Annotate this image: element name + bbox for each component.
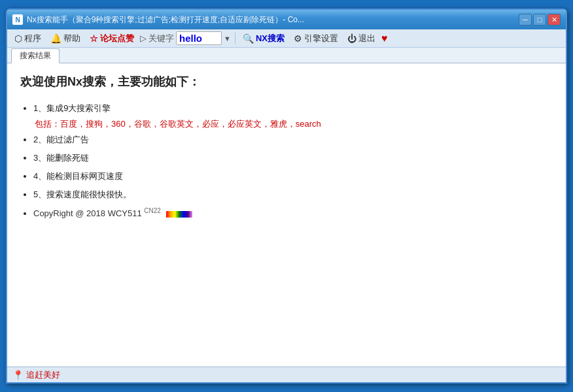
feature-list: 1、集成9大搜索引擎 <box>20 100 553 117</box>
feature-1-sub: 包括：百度，搜狗，360，谷歌，谷歌英文，必应，必应英文，雅虎，search <box>22 118 553 130</box>
menu-help-label: 帮助 <box>63 33 80 44</box>
list-item-copyright: CopyRight @ 2018 WCY511 CN22 <box>33 204 553 222</box>
status-bar: 📍 追赶美好 <box>7 367 566 382</box>
menu-bar: ⬡ 程序 🔔 帮助 ☆ 论坛点赞 ▷ 关键字 ▼ 🔍 NX搜索 ⚙ 引擎设置 ⏻… <box>7 29 566 48</box>
content-area[interactable]: 欢迎使用Nx搜索，主要功能如下： 1、集成9大搜索引擎 包括：百度，搜狗，360… <box>7 63 566 367</box>
tab-bar: 搜索结果 <box>7 48 566 63</box>
keyword-area: ▷ 关键字 ▼ <box>140 31 231 45</box>
feature-3-text: 3、能删除死链 <box>33 153 89 163</box>
list-item: 1、集成9大搜索引擎 <box>33 100 553 117</box>
copyright-cn: CN22 <box>144 207 161 214</box>
list-item-3: 3、能删除死链 <box>33 150 553 167</box>
menu-help[interactable]: 🔔 帮助 <box>47 31 84 46</box>
gear-icon: ⚙ <box>294 33 302 44</box>
menu-program-label: 程序 <box>24 33 41 44</box>
window-controls: ─ □ ✕ <box>519 14 561 25</box>
heart-icon: ♥ <box>381 33 388 44</box>
feature-list-2: 2、能过滤广告 3、能删除死链 4、能检测目标网页速度 5、搜索速度能很快很快。… <box>20 131 553 222</box>
keyword-input[interactable] <box>176 31 222 45</box>
bell-icon: 🔔 <box>50 33 61 44</box>
feature-5-text: 5、搜索速度能很快很快。 <box>33 189 131 199</box>
menu-exit-label: 退出 <box>358 33 375 44</box>
copyright-main: CopyRight @ 2018 WCY511 <box>33 208 142 218</box>
dropdown-arrow[interactable]: ▼ <box>224 35 231 42</box>
search-icon: 🔍 <box>243 33 254 44</box>
program-icon: ⬡ <box>14 33 22 44</box>
play-icon: ▷ <box>140 33 147 43</box>
main-title: 欢迎使用Nx搜索，主要功能如下： <box>20 74 553 90</box>
feature-4-text: 4、能检测目标网页速度 <box>33 171 123 181</box>
app-icon: N <box>12 14 23 25</box>
main-window: N Nx搜索能手（聚合9种搜索引擎;过滤广告;检测打开速度;自适应剔除死链）- … <box>6 8 567 384</box>
menu-divider-1 <box>235 33 235 44</box>
rainbow-bar <box>166 211 192 218</box>
menu-nx-search-label: NX搜索 <box>256 33 285 44</box>
menu-exit[interactable]: ⏻ 退出 <box>344 31 379 46</box>
minimize-button[interactable]: ─ <box>519 14 532 25</box>
status-text: 追赶美好 <box>26 369 60 381</box>
keyword-label: 关键字 <box>148 33 174 44</box>
menu-forum-label: 论坛点赞 <box>100 33 134 44</box>
power-icon: ⏻ <box>347 33 356 44</box>
list-item-5: 5、搜索速度能很快很快。 <box>33 186 553 203</box>
menu-program[interactable]: ⬡ 程序 <box>11 31 44 46</box>
menu-engine-settings[interactable]: ⚙ 引擎设置 <box>290 31 341 46</box>
list-item-2: 2、能过滤广告 <box>33 131 553 148</box>
copyright-text: CopyRight @ 2018 WCY511 CN22 <box>33 208 192 218</box>
list-item-4: 4、能检测目标网页速度 <box>33 168 553 185</box>
window-title: Nx搜索能手（聚合9种搜索引擎;过滤广告;检测打开速度;自适应剔除死链）- Co… <box>27 14 515 25</box>
menu-forum[interactable]: ☆ 论坛点赞 <box>86 31 137 46</box>
menu-nx-search[interactable]: 🔍 NX搜索 <box>239 31 288 46</box>
menu-engine-settings-label: 引擎设置 <box>304 33 338 44</box>
feature-1-text: 1、集成9大搜索引擎 <box>33 103 111 113</box>
content-wrapper: 欢迎使用Nx搜索，主要功能如下： 1、集成9大搜索引擎 包括：百度，搜狗，360… <box>7 63 566 367</box>
star-icon: ☆ <box>90 33 98 44</box>
close-button[interactable]: ✕ <box>547 14 561 25</box>
feature-2-text: 2、能过滤广告 <box>33 135 89 144</box>
maximize-button[interactable]: □ <box>533 14 546 25</box>
location-icon: 📍 <box>12 370 24 380</box>
tab-search-results[interactable]: 搜索结果 <box>11 48 60 63</box>
tab-search-results-label: 搜索结果 <box>20 51 51 60</box>
title-bar: N Nx搜索能手（聚合9种搜索引擎;过滤广告;检测打开速度;自适应剔除死链）- … <box>7 10 566 29</box>
